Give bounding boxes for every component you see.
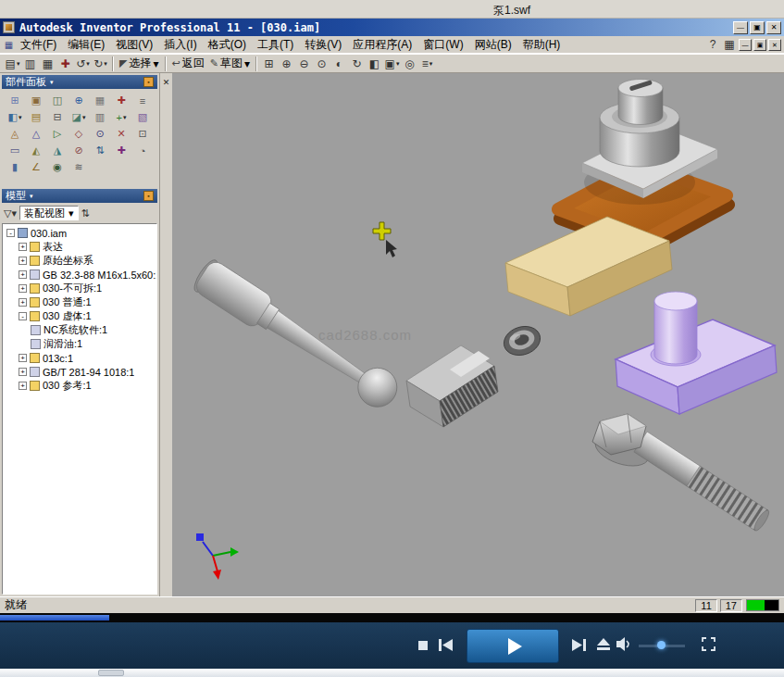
tree-expander[interactable]: + [19, 298, 27, 307]
panel-icon[interactable]: ◪ ▾ [68, 109, 89, 125]
menu-item[interactable]: 窗口(W) [417, 35, 468, 55]
part-valve-assembly[interactable] [558, 80, 728, 251]
panel-icon[interactable]: ◧ ▾ [5, 109, 25, 125]
panel-icon[interactable]: ∠ [26, 159, 46, 175]
app-titlebar[interactable]: Autodesk Inventor Professional 11 - [030… [0, 19, 784, 36]
bottom-tab[interactable] [98, 670, 124, 676]
toolbar-icon[interactable]: ▣ ▾ [383, 56, 401, 72]
tree-item[interactable]: + 030 普通:1 [3, 295, 156, 309]
panel-icon[interactable]: ◮ [47, 143, 68, 158]
panel-icon[interactable]: ▷ [47, 126, 68, 142]
tree-expander[interactable]: + [19, 354, 27, 362]
toolbar-icon[interactable]: ⊙ [313, 56, 330, 72]
panel-pin-icon[interactable]: ▪ [143, 191, 154, 201]
sketch-dropdown[interactable]: ✎ 草图 ▾ [207, 55, 253, 72]
panel-icon[interactable]: ⇅ [90, 143, 110, 158]
panel-icon[interactable]: ▦ [90, 93, 110, 108]
window-arrange-icon[interactable]: ▦ [722, 38, 737, 51]
panel-icon[interactable]: ⊟ [47, 109, 68, 125]
tree-item[interactable]: + 013c:1 [3, 351, 156, 365]
panel-close-icon[interactable]: ✕ [163, 78, 170, 87]
toolbar-icon[interactable]: ◐ [330, 56, 348, 72]
toolbar-icon[interactable]: ▥ [21, 56, 39, 72]
panel-icon[interactable]: ≋ [68, 159, 89, 175]
fullscreen-button[interactable] [702, 637, 716, 651]
close-button[interactable]: ✕ [766, 21, 781, 34]
view-selector-dropdown[interactable]: 装配视图 ▾ [19, 206, 79, 220]
toolbar-icon[interactable]: ⊕ [278, 56, 295, 72]
panel-icon[interactable]: △ [26, 126, 46, 142]
playback-progress-bar[interactable] [0, 613, 784, 622]
panel-icon[interactable]: ▧ [132, 109, 153, 125]
panel-icon[interactable]: ✚ [111, 93, 131, 108]
menu-item[interactable]: 转换(V) [299, 35, 347, 55]
menu-item[interactable]: 帮助(H) [517, 35, 566, 55]
help-icon[interactable]: ? [705, 38, 720, 51]
part-purple-plate[interactable] [616, 292, 777, 414]
panel-icon[interactable]: ◇ [68, 126, 89, 142]
tree-item[interactable]: + GB 32.3-88 M16x1.5x60:1 [3, 268, 156, 282]
tree-item[interactable]: NC系统软件:1 [3, 323, 156, 337]
panel-icon[interactable]: ⊡ [132, 126, 153, 142]
tree-expander[interactable]: - [19, 312, 27, 320]
toolbar-icon[interactable]: ◎ [401, 56, 418, 72]
filter-icon[interactable]: ▽▾ [4, 207, 17, 219]
menu-item[interactable]: 网站(B) [469, 35, 517, 55]
mdi-minimize-button[interactable]: — [739, 39, 752, 51]
panel-icon[interactable]: ◉ [47, 159, 68, 175]
panel-icon[interactable]: ◫ [47, 93, 68, 108]
viewport[interactable]: cad2688.com [172, 73, 784, 596]
toolbar-icon[interactable]: ↻ [348, 56, 366, 72]
toolbar-icon[interactable]: ↻ ▾ [92, 56, 109, 72]
tree-item[interactable]: + GB/T 281-94 1018:1 [3, 365, 156, 379]
menu-item[interactable]: 应用程序(A) [347, 35, 417, 55]
panel-icon[interactable]: ⊞ [5, 93, 25, 108]
tree-expander[interactable]: - [6, 229, 15, 237]
tree-expander[interactable]: + [19, 243, 27, 251]
select-dropdown[interactable]: ◤ 选择 ▾ [117, 55, 162, 72]
panel-icon[interactable]: ▭ [5, 143, 25, 158]
next-button[interactable] [572, 639, 586, 651]
part-bearing[interactable] [500, 322, 543, 360]
tree-expander[interactable]: + [19, 368, 27, 376]
panel-icon[interactable]: ≡ [132, 93, 153, 108]
part-knurled-bushing[interactable] [406, 345, 498, 427]
panel-icon[interactable]: ▮ [5, 159, 25, 175]
toolbar-icon[interactable]: ✚ [56, 56, 74, 72]
panel-icon[interactable]: ▥ [90, 109, 110, 125]
volume-icon[interactable] [616, 637, 633, 651]
tree-expander[interactable]: + [19, 284, 27, 293]
tree-item[interactable]: + 030 参考:1 [3, 379, 156, 393]
toolbar-icon[interactable]: ↺ ▾ [74, 56, 92, 72]
panel-icon[interactable]: ✕ [111, 126, 131, 142]
menu-item[interactable]: 视图(V) [110, 35, 158, 55]
panel-pin-icon[interactable]: ▪ [143, 77, 154, 87]
toolbar-icon[interactable]: ▦ [39, 56, 56, 72]
toolbar-icon[interactable]: ◧ [366, 56, 383, 72]
panel-icon[interactable]: ✚ [111, 143, 131, 158]
tree-item[interactable]: + 表达 [3, 240, 156, 254]
eject-button[interactable] [597, 638, 610, 651]
panel-icon[interactable]: ◭ [26, 143, 46, 158]
tree-expander[interactable]: + [19, 257, 27, 265]
tree-item[interactable]: 润滑油:1 [3, 337, 156, 351]
assembly-panel-header[interactable]: 部件面板 ▾ ▪ [2, 75, 157, 89]
menu-item[interactable]: 工具(T) [252, 35, 299, 55]
tree-item[interactable]: + 原始坐标系 [3, 254, 156, 268]
toolbar-icon[interactable]: ⊖ [295, 56, 313, 72]
menu-item[interactable]: 文件(F) [15, 35, 62, 55]
menu-item[interactable]: 编辑(E) [62, 35, 110, 55]
play-button[interactable] [467, 629, 559, 663]
tree-expander[interactable]: + [19, 270, 27, 279]
panel-icon[interactable]: ⊙ [90, 126, 110, 142]
stop-button[interactable] [418, 641, 428, 650]
panel-icon[interactable]: ◔ [132, 143, 153, 158]
minimize-button[interactable]: — [733, 21, 748, 34]
toolbar-icon[interactable]: ▤ ▾ [4, 56, 21, 72]
panel-icon[interactable]: ⊘ [68, 143, 89, 158]
panel-icon[interactable]: ⊕ [68, 93, 89, 108]
menu-item[interactable]: 插入(I) [158, 35, 202, 55]
mdi-restore-button[interactable]: ▣ [753, 39, 766, 51]
panel-icon[interactable]: ▤ [26, 109, 46, 125]
panel-icon[interactable]: ▣ [26, 93, 46, 108]
